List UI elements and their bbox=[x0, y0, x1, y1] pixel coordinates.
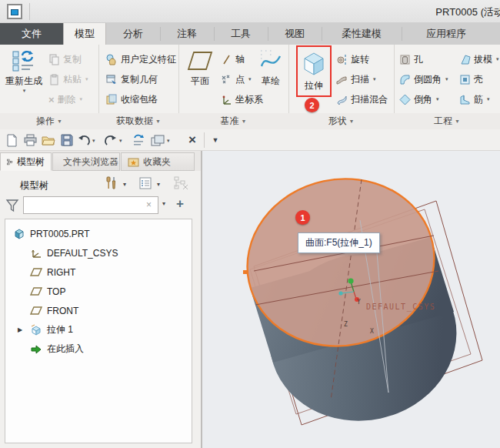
regenerate-manager-button[interactable] bbox=[131, 132, 146, 148]
undo-dropdown-icon[interactable]: ▾ bbox=[92, 138, 95, 144]
tree-expander-icon[interactable]: ▶ bbox=[18, 326, 25, 333]
sketch-label: 草绘 bbox=[262, 75, 280, 88]
navtab-favorites[interactable]: 收藏夹 bbox=[121, 152, 195, 171]
hole-label: 孔 bbox=[414, 53, 423, 66]
dropdown-arrow-icon[interactable]: ▾ bbox=[487, 96, 490, 102]
axis-label-z: Z bbox=[344, 321, 348, 328]
windows-dropdown-icon[interactable]: ▾ bbox=[167, 138, 170, 144]
group-label-datum[interactable]: 基准▼ bbox=[178, 113, 288, 129]
navtab-model-tree[interactable]: 模型树 bbox=[0, 152, 52, 171]
udf-icon bbox=[106, 54, 118, 65]
swept-blend-button[interactable]: 扫描混合 bbox=[334, 89, 390, 109]
edge-handle[interactable] bbox=[243, 270, 247, 274]
round-label: 倒圆角 bbox=[414, 73, 442, 86]
udf-button[interactable]: 用户定义特征 bbox=[104, 49, 178, 69]
tree-item-top[interactable]: TOP bbox=[5, 282, 192, 301]
plane-button[interactable]: 平面 bbox=[183, 46, 217, 88]
tab-tools[interactable]: 工具 bbox=[214, 23, 268, 45]
tree-item-part[interactable]: PRT0005.PRT bbox=[5, 224, 192, 243]
tree-item-right[interactable]: RIGHT bbox=[5, 262, 192, 282]
insert-here-icon bbox=[30, 343, 42, 356]
tree-columns-button[interactable] bbox=[174, 176, 189, 192]
regenerate-button[interactable]: 重新生成 ▾ bbox=[3, 46, 45, 94]
group-dropdown-icon: ▼ bbox=[349, 119, 355, 124]
shell-button[interactable]: 壳 bbox=[457, 69, 500, 89]
paste-icon bbox=[48, 74, 60, 85]
chamfer-icon bbox=[399, 94, 411, 105]
tab-annotate[interactable]: 注释 bbox=[160, 23, 214, 45]
tab-model[interactable]: 模型 bbox=[63, 23, 106, 45]
group-label-get-data[interactable]: 获取数据▼ bbox=[98, 113, 178, 129]
csys-button[interactable]: 坐标系 bbox=[218, 89, 265, 109]
navigator-tab-bar: 模型树 文件夹浏览器 收藏夹 bbox=[0, 151, 202, 171]
tree-filter-input[interactable] bbox=[23, 196, 158, 214]
draft-icon bbox=[459, 54, 471, 65]
group-label-operations[interactable]: 操作▼ bbox=[0, 113, 98, 129]
dropdown-arrow-icon[interactable]: ▾ bbox=[436, 96, 439, 102]
filter-clear-icon[interactable]: × bbox=[146, 199, 152, 210]
new-file-icon bbox=[6, 134, 18, 147]
tree-item-front[interactable]: FRONT bbox=[5, 301, 192, 320]
dropdown-arrow-icon[interactable]: ▾ bbox=[373, 76, 376, 82]
tab-applications[interactable]: 应用程序 bbox=[402, 23, 491, 45]
dropdown-arrow-icon[interactable]: ▾ bbox=[85, 76, 88, 82]
tab-flexible-modeling[interactable]: 柔性建模 bbox=[322, 23, 402, 45]
tab-analysis[interactable]: 分析 bbox=[106, 23, 160, 45]
draft-button[interactable]: 拔模 ▾ bbox=[457, 49, 500, 69]
swept-blend-icon bbox=[336, 94, 348, 105]
dropdown-arrow-icon[interactable]: ▾ bbox=[496, 56, 499, 62]
title-bar: PRT0005 (活动 bbox=[0, 0, 500, 23]
tab-view[interactable]: 视图 bbox=[268, 23, 322, 45]
shrinkwrap-button[interactable]: 收缩包络 bbox=[104, 89, 178, 109]
tree-item-default-csys[interactable]: DEFAULT_CSYS bbox=[5, 243, 192, 262]
hole-button[interactable]: 孔 bbox=[397, 49, 451, 69]
delete-button[interactable]: × 删除 ▾ bbox=[46, 89, 91, 109]
group-label-shapes[interactable]: 形状▼ bbox=[288, 113, 394, 129]
print-button[interactable] bbox=[22, 132, 38, 148]
revolve-button[interactable]: 旋转 bbox=[334, 49, 390, 69]
sketch-button[interactable]: 草绘 bbox=[255, 46, 286, 88]
tree-tools-dropdown-icon[interactable]: ▾ bbox=[123, 181, 126, 188]
tab-file[interactable]: 文件 bbox=[0, 23, 63, 45]
application-window: PRT0005 (活动 文件 模型 分析 注释 工具 视图 柔性建模 应用程序 bbox=[0, 0, 500, 448]
shell-label: 壳 bbox=[474, 73, 483, 86]
dropdown-arrow-icon[interactable]: ▾ bbox=[23, 88, 26, 94]
folder-browser-tab-label: 文件夹浏览器 bbox=[63, 155, 118, 169]
dropdown-arrow-icon[interactable]: ▾ bbox=[445, 76, 448, 82]
dropdown-arrow-icon[interactable]: ▾ bbox=[248, 76, 252, 82]
tree-settings-button[interactable] bbox=[138, 176, 154, 192]
chamfer-button[interactable]: 倒角 ▾ bbox=[397, 89, 451, 109]
filter-funnel-icon[interactable] bbox=[5, 199, 19, 212]
regenerate-icon bbox=[12, 49, 35, 72]
undo-button[interactable] bbox=[76, 132, 92, 148]
new-file-button[interactable] bbox=[4, 132, 19, 148]
navtab-folder-browser[interactable]: 文件夹浏览器 bbox=[52, 152, 120, 171]
redo-button[interactable] bbox=[102, 132, 118, 148]
redo-icon bbox=[104, 135, 117, 145]
tree-item-insert-here[interactable]: 在此插入 bbox=[5, 339, 192, 359]
filter-dropdown-icon[interactable]: ▾ bbox=[162, 200, 165, 207]
copy-geometry-button[interactable]: 复制几何 bbox=[104, 69, 178, 89]
copy-button[interactable]: 复制 bbox=[46, 49, 91, 69]
tree-item-extrude-1[interactable]: ▶ 拉伸 1 bbox=[5, 320, 192, 339]
open-button[interactable] bbox=[41, 132, 56, 148]
tree-tools-button[interactable] bbox=[105, 176, 120, 192]
rib-button[interactable]: 筋 ▾ bbox=[457, 89, 500, 109]
group-label-engineering[interactable]: 工程▼ bbox=[394, 113, 500, 129]
paste-button[interactable]: 粘贴 ▾ bbox=[46, 69, 91, 89]
toolbar-overflow-button[interactable]: ▼ bbox=[208, 132, 223, 148]
shell-icon bbox=[459, 74, 471, 85]
graphics-viewport[interactable]: Y Z X DEFAULT_CSYS 曲面:F5(拉伸_1) 1 bbox=[202, 151, 500, 448]
redo-dropdown-icon[interactable]: ▾ bbox=[119, 138, 122, 144]
windows-button[interactable] bbox=[150, 132, 165, 148]
copy-geometry-label: 复制几何 bbox=[121, 73, 158, 86]
model-tree: PRT0005.PRT DEFAULT_CSYS RIGHT TOP FRONT… bbox=[5, 219, 192, 443]
tree-settings-dropdown-icon[interactable]: ▾ bbox=[157, 181, 160, 188]
sweep-button[interactable]: 扫描 ▾ bbox=[334, 69, 390, 89]
close-window-button[interactable]: × bbox=[185, 132, 200, 148]
filter-add-button[interactable]: + bbox=[176, 196, 184, 212]
save-button[interactable] bbox=[59, 132, 75, 148]
dropdown-arrow-icon[interactable]: ▾ bbox=[80, 96, 83, 102]
model-tree-icon bbox=[7, 157, 13, 167]
round-button[interactable]: 倒圆角 ▾ bbox=[397, 69, 451, 89]
